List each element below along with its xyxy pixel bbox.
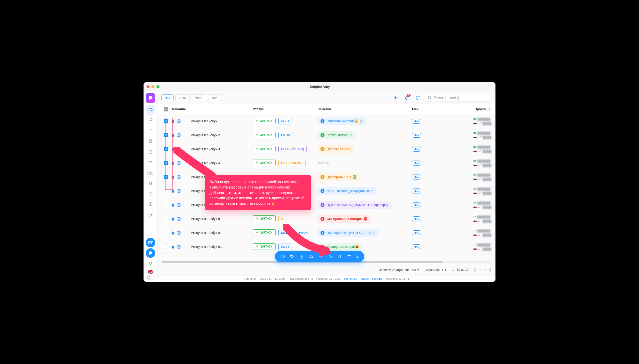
row-menu-button[interactable]: ⋮ xyxy=(183,133,188,137)
status-pill[interactable]: А xyxy=(278,216,286,222)
start-button[interactable]: ЗАПУСК xyxy=(253,216,275,222)
tag-pill[interactable]: ФБ xyxy=(411,188,421,194)
sidebar-item-api[interactable]: API xyxy=(146,168,155,178)
filter-chip[interactable]: ADS xyxy=(175,94,190,101)
tag-pill[interactable]: ФБ xyxy=(411,244,421,249)
status-link[interactable]: состояние xyxy=(344,277,357,280)
page-first[interactable]: |‹ xyxy=(474,268,476,272)
page-next[interactable]: › xyxy=(484,268,486,272)
col-proxy-label[interactable]: Прокси xyxy=(475,107,486,111)
proxy-sync-icon[interactable]: ⇄ xyxy=(473,215,476,219)
search-input[interactable]: Поиск (нажми /) xyxy=(424,94,492,102)
status-pill[interactable]: ГОТОВ xyxy=(278,132,294,138)
proxy-sync-icon[interactable]: ⇄ xyxy=(473,173,476,177)
row-checkbox[interactable] xyxy=(164,189,168,193)
row-menu-button[interactable]: ⋮ xyxy=(183,244,188,249)
filter-chip[interactable]: Acc xyxy=(208,94,221,101)
trash-icon[interactable] xyxy=(347,254,351,259)
proxy-sync-icon[interactable]: ⇄ xyxy=(473,243,476,246)
row-menu-button[interactable]: ⋮ xyxy=(183,216,188,221)
tag-pill[interactable]: ФБ xyxy=(411,160,421,166)
row-checkbox[interactable]: ✓ xyxy=(164,161,168,165)
row-checkbox[interactable]: ✓ xyxy=(164,147,168,151)
note-pill[interactable]: Залить новую РК xyxy=(318,132,355,139)
tag-pill[interactable]: ФБ xyxy=(411,216,421,222)
page-last[interactable]: ›| xyxy=(489,268,491,272)
page-prev[interactable]: ‹ xyxy=(480,268,481,272)
note-pill[interactable]: Логин: account_lisa@gmail.com xyxy=(318,187,376,195)
row-checkbox[interactable] xyxy=(164,244,168,249)
note-placeholder[interactable]: заметки xyxy=(318,161,328,165)
proxy-sync-icon[interactable]: ⇄ xyxy=(473,229,476,232)
tag-pill[interactable]: ФБ xyxy=(411,119,421,124)
col-tags-label[interactable]: Теги xyxy=(411,107,418,111)
proxy-sync-icon[interactable]: ⇄ xyxy=(473,159,476,163)
start-button[interactable]: ЗАПУСК xyxy=(253,229,275,236)
window-close[interactable] xyxy=(146,85,149,88)
sidebar-item-bookmarks[interactable] xyxy=(146,136,155,146)
col-name-label[interactable]: Название xyxy=(170,107,186,111)
row-checkbox[interactable]: ✓ xyxy=(164,175,168,179)
note-pill[interactable]: Пароль: 112233 xyxy=(318,145,353,153)
add-profile-button[interactable] xyxy=(391,93,400,102)
filter-chip[interactable]: ФБ xyxy=(161,94,173,101)
tag-pill[interactable]: ФБ xyxy=(411,174,421,180)
filter-chip[interactable]: work xyxy=(192,94,206,101)
row-checkbox[interactable] xyxy=(164,230,168,235)
col-status-label[interactable]: Статус xyxy=(253,107,264,111)
tag-pill[interactable]: ФБ xyxy=(411,133,421,138)
profile-name[interactable]: Аккаунт Фейсбук 8 xyxy=(191,217,220,221)
theme-toggle[interactable] xyxy=(146,275,155,280)
row-menu-button[interactable]: ⋮ xyxy=(183,202,188,207)
sidebar-item-proxies[interactable] xyxy=(146,116,155,125)
proxy-sync-icon[interactable]: ⇄ xyxy=(473,187,476,191)
row-menu-button[interactable]: ⋮ xyxy=(183,188,188,193)
start-button[interactable]: ЗАПУСК xyxy=(253,146,275,152)
sidebar-item-browsers[interactable] xyxy=(146,105,155,115)
row-checkbox[interactable]: ✓ xyxy=(164,133,168,137)
window-maximize[interactable] xyxy=(156,85,159,88)
start-button[interactable]: ЗАПУСК xyxy=(253,160,275,166)
sidebar-item-automation[interactable] xyxy=(146,126,155,136)
chat-button[interactable] xyxy=(146,248,155,258)
note-pill[interactable]: Проверить КРЕО✅ xyxy=(318,173,359,181)
sidebar-item-logout[interactable] xyxy=(146,210,155,220)
note-pill[interactable]: Нужно загрузить документы на проверку. xyxy=(318,201,391,209)
start-button[interactable]: ЗАПУСК xyxy=(253,243,275,250)
sidebar-item-billing[interactable] xyxy=(146,200,155,209)
tag-pill[interactable]: ФБ xyxy=(411,202,421,208)
pause-icon[interactable] xyxy=(337,254,342,259)
proxy-sync-icon[interactable]: ⇄ xyxy=(473,131,476,135)
language-flag[interactable]: 🇬🇧 xyxy=(147,269,154,274)
start-button[interactable]: ЗАПУСК xyxy=(253,118,275,124)
sidebar-item-bot[interactable] xyxy=(146,178,155,188)
gear-icon[interactable] xyxy=(488,107,492,111)
notifications-button[interactable]: 1 xyxy=(402,93,411,102)
sidebar-item-extensions[interactable] xyxy=(146,147,155,156)
page-value[interactable]: 1 xyxy=(442,268,443,272)
status-pill[interactable]: НА ПРОВЕРКЕ xyxy=(278,160,305,166)
proxy-sync-icon[interactable]: ⇄ xyxy=(473,201,476,205)
select-all-checkbox[interactable]: − xyxy=(164,107,168,112)
row-menu-button[interactable]: ⋮ xyxy=(183,119,188,124)
note-pill[interactable]: Без прокси не входить⛔ xyxy=(318,215,370,223)
app-logo[interactable] xyxy=(146,93,155,103)
start-button[interactable]: ЗАПУСК xyxy=(253,132,275,138)
idea-icon[interactable] xyxy=(146,259,155,268)
proxy-sync-icon[interactable]: ⇄ xyxy=(473,117,476,121)
tag-pill[interactable]: ФБ xyxy=(411,230,421,235)
row-checkbox[interactable]: ✓ xyxy=(164,119,168,124)
row-checkbox[interactable] xyxy=(164,203,168,207)
status-link[interactable]: корзина xyxy=(372,277,382,280)
col-notes-label[interactable]: Заметки xyxy=(318,107,331,111)
profile-name[interactable]: Аккаунт Фейсбук 1 xyxy=(191,119,220,123)
status-pill[interactable]: ЛЬЕТ xyxy=(278,118,292,124)
tag-pill[interactable]: ФБ xyxy=(411,146,421,152)
sidebar-item-settings[interactable] xyxy=(146,189,155,198)
status-pill[interactable]: ПЕРВЫЙ ВХОД xyxy=(278,146,307,152)
row-checkbox[interactable] xyxy=(164,217,168,221)
note-pill[interactable]: Оплатить биллинг💰 👌 xyxy=(318,118,366,125)
avatar[interactable]: ЯТ xyxy=(146,238,155,247)
sync-button[interactable] xyxy=(413,93,422,102)
window-minimize[interactable] xyxy=(151,85,154,88)
